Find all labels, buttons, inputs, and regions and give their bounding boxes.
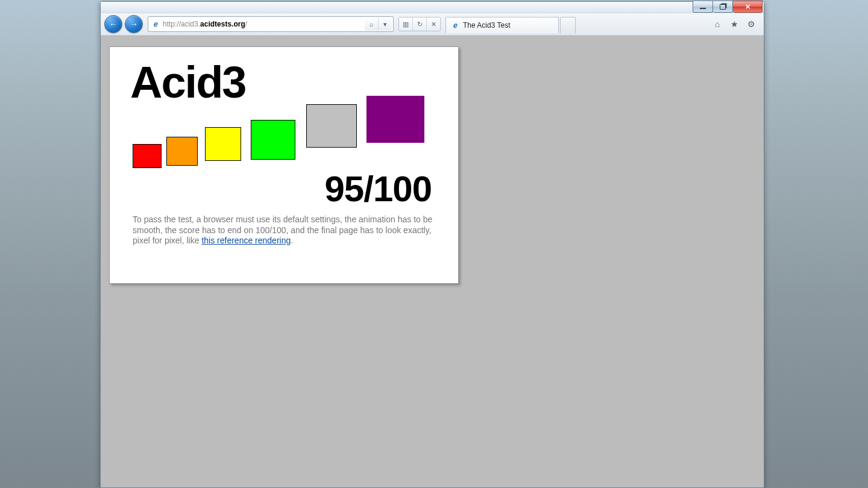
gear-icon: ⚙ xyxy=(747,19,755,29)
tab-title: The Acid3 Test xyxy=(463,21,511,30)
refresh-icon: ↻ xyxy=(417,20,423,28)
address-text[interactable]: http://acid3.acidtests.org/ xyxy=(160,20,365,28)
compat-icon: ▥ xyxy=(403,20,409,28)
acid3-bucket-3-yellow xyxy=(205,127,241,161)
window-minimize-button[interactable] xyxy=(693,1,713,13)
address-dropdown-button[interactable]: ▾ xyxy=(378,17,392,31)
favorites-button[interactable]: ★ xyxy=(729,19,740,30)
compat-view-button[interactable]: ▥ xyxy=(399,17,412,31)
url-host: acidtests.org xyxy=(200,20,245,28)
site-favicon-ie-icon: ℯ xyxy=(151,19,160,29)
search-icon: ⌕ xyxy=(370,20,374,28)
arrow-right-icon: → xyxy=(130,19,138,29)
address-right-buttons: ⌕ ▾ xyxy=(365,17,392,31)
acid3-card: Acid3 95/100 To pass the test, a browser… xyxy=(109,46,459,284)
arrow-left-icon: ← xyxy=(109,19,118,29)
tab-acid3[interactable]: ℯ The Acid3 Test xyxy=(445,17,559,33)
window-controls xyxy=(693,1,763,13)
refresh-button[interactable]: ↻ xyxy=(412,17,426,31)
acid3-description: To pass the test, a browser must use its… xyxy=(133,214,434,246)
page-action-buttons: ▥ ↻ ✕ xyxy=(398,17,441,31)
chevron-down-icon: ▾ xyxy=(383,20,387,28)
nav-back-button[interactable]: ← xyxy=(104,15,122,33)
stop-button[interactable]: ✕ xyxy=(426,17,440,31)
acid3-bucket-1-red xyxy=(133,144,162,168)
tab-strip: ℯ The Acid3 Test xyxy=(445,15,709,33)
window-close-button[interactable] xyxy=(733,1,763,13)
browser-window: ← → ℯ http://acid3.acidtests.org/ ⌕ ▾ ▥ … xyxy=(100,1,764,488)
toolbar-right: ⌂ ★ ⚙ xyxy=(712,19,760,30)
acid3-bucket-6-purple xyxy=(366,96,424,143)
stop-icon: ✕ xyxy=(431,20,436,28)
acid3-reference-link[interactable]: this reference rendering xyxy=(201,236,291,245)
new-tab-button[interactable] xyxy=(560,17,576,33)
tools-button[interactable]: ⚙ xyxy=(746,19,756,30)
desktop-backdrop: ← → ℯ http://acid3.acidtests.org/ ⌕ ▾ ▥ … xyxy=(0,0,868,488)
acid3-score: 95/100 xyxy=(133,168,432,210)
acid3-bucket-4-lime xyxy=(251,120,295,160)
url-suffix: / xyxy=(245,20,247,28)
acid3-buckets xyxy=(133,110,441,164)
home-icon: ⌂ xyxy=(715,19,720,29)
acid3-bucket-2-orange xyxy=(166,137,198,166)
search-button[interactable]: ⌕ xyxy=(365,17,378,31)
nav-forward-button[interactable]: → xyxy=(125,15,143,33)
tab-favicon-ie-icon: ℯ xyxy=(451,21,459,30)
home-button[interactable]: ⌂ xyxy=(712,19,723,30)
browser-navbar: ← → ℯ http://acid3.acidtests.org/ ⌕ ▾ ▥ … xyxy=(101,13,764,36)
window-titlebar xyxy=(101,2,764,13)
window-maximize-button[interactable] xyxy=(713,1,733,13)
address-bar[interactable]: ℯ http://acid3.acidtests.org/ ⌕ ▾ xyxy=(148,16,394,32)
star-icon: ★ xyxy=(731,19,738,29)
url-prefix: http://acid3. xyxy=(163,20,200,28)
acid3-bucket-5-grey xyxy=(306,104,357,148)
page-viewport[interactable]: Acid3 95/100 To pass the test, a browser… xyxy=(101,36,764,487)
acid3-blurb-post: . xyxy=(291,236,293,245)
